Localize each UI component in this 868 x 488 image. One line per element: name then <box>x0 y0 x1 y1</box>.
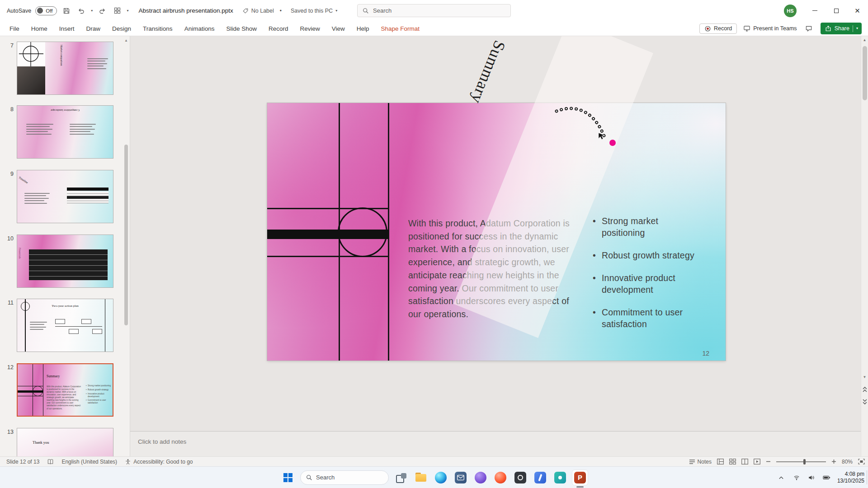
spell-check-icon[interactable] <box>47 459 54 465</box>
taskbar-search-box[interactable]: Search <box>300 470 389 485</box>
slide-thumbnail-8[interactable]: Competitive landscape <box>17 105 113 159</box>
document-title[interactable]: Abstract airbrush presentation.pptx <box>138 7 233 14</box>
autosave-state: Off <box>46 8 52 14</box>
zoom-slider[interactable] <box>776 459 826 465</box>
clock-date: 13/10/2025 <box>837 478 864 484</box>
tab-slide-show[interactable]: Slide Show <box>220 21 263 36</box>
notes-toggle-button[interactable]: Notes <box>689 459 712 465</box>
minimize-button[interactable] <box>804 0 826 21</box>
mail-app-icon[interactable] <box>453 470 468 485</box>
zoom-in-button[interactable] <box>831 459 836 464</box>
zoom-level[interactable]: 80% <box>842 459 853 465</box>
edge-icon[interactable] <box>433 470 448 485</box>
bullet-item[interactable]: Robust growth strategy <box>591 249 698 261</box>
tab-transitions[interactable]: Transitions <box>137 21 179 36</box>
close-button[interactable]: ✕ <box>847 0 868 21</box>
app-icon-orange[interactable] <box>493 470 508 485</box>
customize-toolbar-chevron-icon[interactable]: ▾ <box>127 9 128 13</box>
bullet-item[interactable]: Commitment to user satisfaction <box>591 306 698 330</box>
slide-thumbnail-7[interactable]: Market comparison <box>17 42 113 95</box>
next-slide-button[interactable] <box>861 396 868 407</box>
tab-draw[interactable]: Draw <box>80 21 107 36</box>
slide-thumbnail-11[interactable]: Two-year action plan <box>17 299 113 352</box>
tab-animations[interactable]: Animations <box>179 21 221 36</box>
bullet-item[interactable]: Innovative product development <box>591 272 698 296</box>
present-in-teams-button[interactable]: Present in Teams <box>743 25 797 32</box>
windows-logo-icon <box>283 473 293 483</box>
slide-9-text-lines <box>24 191 52 205</box>
slide-show-view-icon[interactable] <box>754 459 760 465</box>
slide-number-10: 10 <box>3 235 14 242</box>
slide-page-number[interactable]: 12 <box>702 350 709 357</box>
comments-icon[interactable] <box>803 23 814 34</box>
scroll-down-icon[interactable]: ▼ <box>861 373 868 380</box>
editor-scrollbar-thumb[interactable] <box>863 46 867 100</box>
task-view-icon[interactable] <box>393 470 409 485</box>
file-explorer-icon[interactable] <box>413 470 429 485</box>
reading-view-icon[interactable] <box>741 459 748 465</box>
battery-icon[interactable] <box>821 470 832 485</box>
previous-slide-button[interactable] <box>861 384 868 395</box>
record-button[interactable]: Record <box>699 23 737 34</box>
powerpoint-icon[interactable] <box>572 470 588 485</box>
slide-title-rotated[interactable]: Summary <box>467 38 509 107</box>
slide-sorter-view-icon[interactable] <box>729 459 736 465</box>
volume-icon[interactable] <box>807 470 816 485</box>
redo-icon[interactable] <box>97 5 108 16</box>
slide-thumbnail-9[interactable]: Timeline <box>17 170 113 223</box>
app-icon-dark[interactable] <box>513 470 528 485</box>
app-search-box[interactable]: Search <box>357 4 511 17</box>
quick-access-grid-icon[interactable] <box>112 5 123 16</box>
app-icon-teal[interactable] <box>552 470 568 485</box>
normal-view-icon[interactable] <box>717 459 724 465</box>
sensitivity-label[interactable]: No Label <box>242 8 274 14</box>
save-status[interactable]: Saved to this PC ▾ <box>291 8 337 14</box>
slide-thumbnail-12[interactable]: Summary With this product, Adatum Corpor… <box>17 363 113 417</box>
notes-placeholder[interactable]: Click to add notes <box>138 438 186 445</box>
app-icon-purple[interactable] <box>473 470 488 485</box>
bullet-item[interactable]: Strong market positioning <box>591 215 698 239</box>
share-chevron-icon[interactable]: ▾ <box>856 27 858 30</box>
scroll-up-icon[interactable]: ▲ <box>861 36 868 43</box>
tab-review[interactable]: Review <box>294 21 326 36</box>
slide-thumbnail-10[interactable]: Financials <box>17 235 113 288</box>
account-avatar[interactable]: HS <box>784 5 797 17</box>
zoom-slider-thumb[interactable] <box>803 459 806 465</box>
slide-shape-hline-2[interactable] <box>267 256 389 257</box>
start-button[interactable] <box>280 470 296 485</box>
maximize-icon <box>834 9 839 13</box>
language-indicator[interactable]: English (United States) <box>61 459 117 465</box>
slide-shape-circle[interactable] <box>338 207 387 257</box>
slide-12-preview: Summary With this product, Adatum Corpor… <box>18 364 113 416</box>
thumbnail-scrollbar[interactable]: ▲ <box>123 36 129 456</box>
zoom-out-button[interactable] <box>766 459 771 464</box>
tab-design[interactable]: Design <box>106 21 137 36</box>
maximize-button[interactable] <box>826 0 847 21</box>
tab-file[interactable]: File <box>4 21 25 36</box>
share-button[interactable]: Share ▾ <box>821 23 862 34</box>
slide-12-bullet-list: Strong market positioning Robust growth … <box>86 385 112 406</box>
undo-icon[interactable] <box>76 5 87 16</box>
tab-insert[interactable]: Insert <box>53 21 80 36</box>
tab-view[interactable]: View <box>326 21 351 36</box>
save-icon[interactable] <box>61 5 72 16</box>
slide-bullet-list[interactable]: Strong market positioning Robust growth … <box>591 215 698 341</box>
fit-slide-to-window-icon[interactable] <box>858 459 865 465</box>
undo-chevron-icon[interactable]: ▾ <box>91 9 93 13</box>
accessibility-status[interactable]: Accessibility: Good to go <box>125 459 193 465</box>
slide-indicator[interactable]: Slide 12 of 13 <box>6 459 39 465</box>
notes-pane[interactable]: Click to add notes <box>130 431 861 456</box>
autosave-toggle[interactable]: Off <box>35 6 57 15</box>
taskbar-clock[interactable]: 4:08 pm 13/10/2025 <box>837 471 864 484</box>
hidden-icons-chevron-icon[interactable] <box>776 470 787 485</box>
tab-shape-format[interactable]: Shape Format <box>375 21 426 36</box>
thumbnail-scroll-up-icon[interactable]: ▲ <box>124 38 128 42</box>
tab-help[interactable]: Help <box>351 21 375 36</box>
slide-thumbnail-13[interactable]: Thank you <box>17 428 113 456</box>
editor-vertical-scrollbar[interactable]: ▲ ▼ <box>861 36 868 456</box>
tab-record[interactable]: Record <box>263 21 294 36</box>
wifi-icon[interactable] <box>792 470 802 485</box>
tab-home[interactable]: Home <box>25 21 53 36</box>
app-icon-blue[interactable] <box>533 470 548 485</box>
thumbnail-scrollbar-thumb[interactable] <box>124 145 128 325</box>
